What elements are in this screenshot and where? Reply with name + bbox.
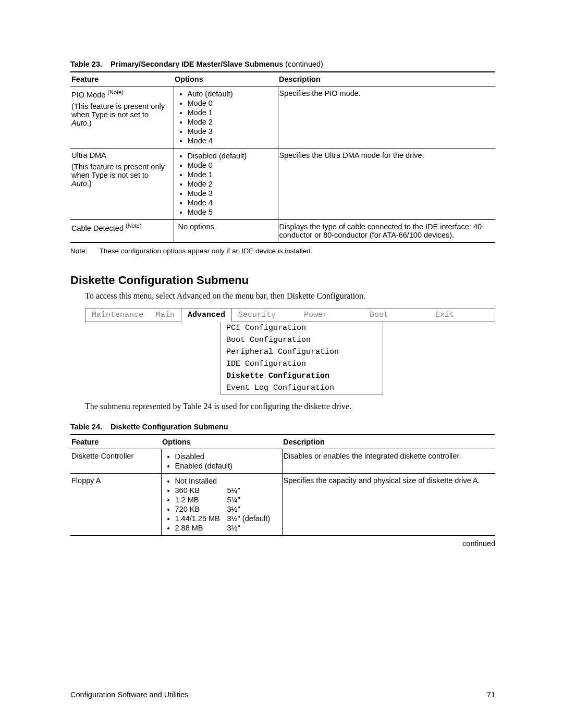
option-item: Mode 0 [188,161,275,170]
option-item: Mode 2 [188,179,275,189]
options-text: No options [174,220,278,243]
feature-name: Floppy A [70,474,161,536]
table-row: Floppy A Not Installed 360 KB5¼" 1.2 MB5… [70,474,495,536]
feature-condition-pre: (This feature is present only when Type … [71,102,165,119]
submenu-item: Peripheral Configuration [221,346,383,358]
option-item: Mode 4 [188,136,275,145]
option-item: 720 KB3½" [175,504,279,514]
th-feature: Feature [70,435,161,449]
option-item: 1.2 MB5¼" [175,495,279,504]
option-item: Mode 4 [188,198,275,207]
feature-name: PIO Mode [71,91,107,99]
table23-note: Note: These configuration options appear… [70,247,495,255]
option-item: Auto (default) [188,89,275,98]
feature-condition-post: .) [87,119,92,127]
menu-tab: Maintenance [85,309,150,322]
table23: Feature Options Description PIO Mode (No… [70,71,495,243]
option-item: 1.44/1.25 MB3½" (default) [175,514,279,523]
row-description: Displays the type of cable connected to … [278,220,495,243]
feature-name: Ultra DMA [71,151,106,159]
feature-condition-italic: Auto [71,119,87,127]
note-text: These configuration options appear only … [100,247,313,255]
table-row: Ultra DMA (This feature is present only … [70,149,495,220]
option-item: Not Installed [175,476,279,486]
option-item: Enabled (default) [175,461,279,471]
option-item: Disabled [175,452,279,461]
row-description: Specifies the capacity and physical size… [282,474,495,536]
feature-name: Diskette Controller [70,449,161,474]
feature-note-ref: (Note) [126,223,142,229]
th-options: Options [174,72,278,87]
table-row: Cable Detected (Note) No options Display… [70,220,495,243]
th-options: Options [161,435,282,449]
submenu-item: Event Log Configuration [221,382,383,394]
table23-caption-prefix: Table 23. [70,60,102,68]
menu-tab: Power [298,309,363,322]
continued-label: continued [70,539,495,548]
th-description: Description [282,435,495,449]
th-description: Description [278,72,495,87]
feature-condition-post: .) [87,179,92,188]
table-row: Diskette Controller Disabled Enabled (de… [70,449,495,474]
section-intro: To access this menu, select Advanced on … [85,291,495,301]
table24: Feature Options Description Diskette Con… [70,434,495,536]
section-intro2: The submenu represented by Table 24 is u… [85,402,495,411]
option-item: Disabled (default) [188,151,275,161]
option-item: Mode 2 [188,117,275,127]
note-label: Note: [70,247,97,255]
option-item: Mode 1 [188,170,275,179]
menu-tab: Exit [429,309,495,322]
table23-caption: Table 23. Primary/Secondary IDE Master/S… [70,60,495,70]
submenu-item: PCI Configuration [221,322,383,334]
row-description: Disables or enables the integrated diske… [282,449,495,474]
menu-tab: Main [150,309,181,322]
submenu-item-selected: Diskette Configuration [221,370,383,382]
table-row: PIO Mode (Note) (This feature is present… [70,87,495,149]
row-description: Specifies the PIO mode. [278,87,495,149]
row-description: Specifies the Ultra DMA mode for the dri… [278,149,495,220]
footer-left: Configuration Software and Utilities [70,690,188,699]
table24-caption: Table 24. Diskette Configuration Submenu [70,423,495,433]
feature-name: Cable Detected [71,224,126,232]
option-item: Mode 3 [188,127,275,136]
feature-condition-italic: Auto [71,179,87,188]
option-item: Mode 3 [188,189,275,198]
option-item: Mode 1 [188,108,275,117]
menu-tab-active: Advanced [181,309,232,322]
table24-caption-prefix: Table 24. [70,423,102,431]
section-heading: Diskette Configuration Submenu [70,274,495,287]
menu-tab: Boot [363,309,429,322]
option-item: 360 KB5¼" [175,486,279,495]
option-item: 2.88 MB3½" [175,523,279,533]
option-item: Mode 0 [188,98,275,108]
submenu-item: Boot Configuration [221,334,383,346]
option-item: Mode 5 [188,207,275,217]
th-feature: Feature [70,72,174,87]
feature-note-ref: (Note) [107,89,124,95]
table24-caption-title: Diskette Configuration Submenu [111,423,228,431]
submenu-item: IDE Configuration [221,358,383,370]
page-footer: Configuration Software and Utilities 71 [70,690,495,699]
table23-caption-title: Primary/Secondary IDE Master/Slave Subme… [111,60,283,68]
menu-tab: Security [232,309,298,322]
feature-condition-pre: (This feature is present only when Type … [71,163,165,179]
footer-right: 71 [487,690,495,699]
table23-caption-suffix: (continued) [283,60,323,68]
bios-menubar-diagram: Maintenance Main Advanced Security Power… [85,308,495,394]
